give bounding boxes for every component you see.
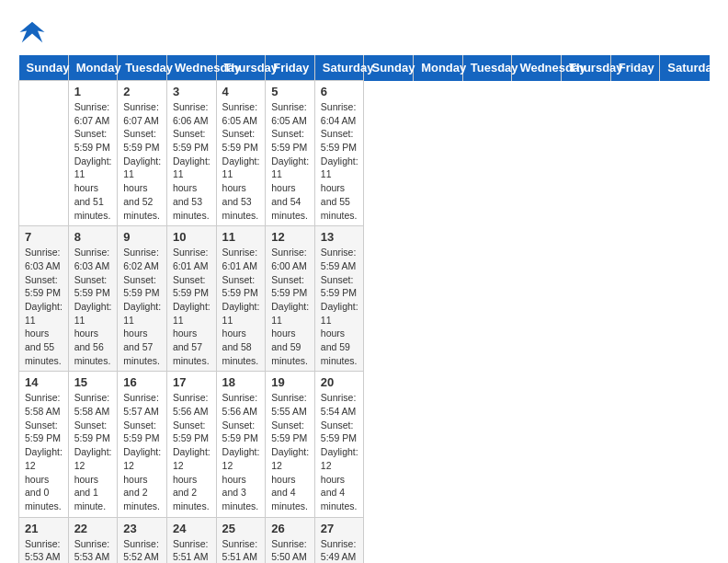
day-number: 24 [173,522,210,535]
calendar-cell: 8Sunrise: 6:03 AMSunset: 5:59 PMDaylight… [68,226,118,372]
column-header-sunday: Sunday [364,55,414,81]
day-info: Sunrise: 6:03 AMSunset: 5:59 PMDaylight:… [74,246,112,367]
day-number: 18 [222,375,260,389]
day-info: Sunrise: 5:54 AMSunset: 5:59 PMDaylight:… [321,391,358,512]
day-number: 6 [321,85,358,98]
calendar-header-row: SundayMondayTuesdayWednesdayThursdayFrid… [19,55,710,81]
calendar-cell: 24Sunrise: 5:51 AMSunset: 5:59 PMDayligh… [166,517,216,563]
calendar-cell [19,81,69,226]
day-number: 20 [321,375,358,389]
day-number: 26 [271,522,309,535]
calendar-cell: 22Sunrise: 5:53 AMSunset: 5:59 PMDayligh… [68,517,118,563]
calendar-cell: 14Sunrise: 5:58 AMSunset: 5:59 PMDayligh… [19,372,69,517]
day-info: Sunrise: 6:06 AMSunset: 5:59 PMDaylight:… [173,100,210,222]
day-number: 16 [123,375,161,389]
day-info: Sunrise: 5:58 AMSunset: 5:59 PMDaylight:… [74,391,112,512]
day-number: 10 [173,230,210,244]
day-info: Sunrise: 5:55 AMSunset: 5:59 PMDaylight:… [271,391,309,512]
calendar-cell: 4Sunrise: 6:05 AMSunset: 5:59 PMDaylight… [216,81,266,226]
day-info: Sunrise: 6:01 AMSunset: 5:59 PMDaylight:… [173,246,210,367]
day-info: Sunrise: 5:56 AMSunset: 5:59 PMDaylight:… [173,391,210,512]
day-info: Sunrise: 6:04 AMSunset: 5:59 PMDaylight:… [321,100,358,222]
day-info: Sunrise: 6:05 AMSunset: 5:59 PMDaylight:… [271,100,309,222]
calendar-week-row: 14Sunrise: 5:58 AMSunset: 5:59 PMDayligh… [19,372,710,517]
day-info: Sunrise: 6:02 AMSunset: 5:59 PMDaylight:… [123,246,161,367]
calendar-week-row: 7Sunrise: 6:03 AMSunset: 5:59 PMDaylight… [19,226,710,372]
calendar-cell: 21Sunrise: 5:53 AMSunset: 5:59 PMDayligh… [19,517,69,563]
day-number: 1 [74,85,112,98]
day-info: Sunrise: 6:01 AMSunset: 5:59 PMDaylight:… [222,246,260,367]
day-number: 2 [123,85,161,98]
day-number: 17 [173,375,210,389]
calendar-cell: 12Sunrise: 6:00 AMSunset: 5:59 PMDayligh… [266,226,315,372]
day-info: Sunrise: 5:53 AMSunset: 5:59 PMDaylight:… [25,537,63,563]
day-number: 19 [271,375,309,389]
day-info: Sunrise: 5:51 AMSunset: 5:59 PMDaylight:… [222,537,260,563]
calendar-cell: 19Sunrise: 5:55 AMSunset: 5:59 PMDayligh… [266,372,315,517]
day-info: Sunrise: 5:53 AMSunset: 5:59 PMDaylight:… [74,537,112,563]
column-header-thursday: Thursday [562,55,611,81]
column-header-sunday: Sunday [19,55,69,81]
calendar-cell: 25Sunrise: 5:51 AMSunset: 5:59 PMDayligh… [216,517,266,563]
day-info: Sunrise: 5:50 AMSunset: 5:59 PMDaylight:… [271,537,309,563]
day-number: 27 [321,522,358,535]
day-info: Sunrise: 5:51 AMSunset: 5:59 PMDaylight:… [173,537,210,563]
day-info: Sunrise: 5:52 AMSunset: 5:59 PMDaylight:… [123,537,161,563]
calendar-cell: 6Sunrise: 6:04 AMSunset: 5:59 PMDaylight… [314,81,364,226]
calendar-week-row: 21Sunrise: 5:53 AMSunset: 5:59 PMDayligh… [19,517,710,563]
day-info: Sunrise: 6:07 AMSunset: 5:59 PMDaylight:… [123,100,161,222]
day-info: Sunrise: 6:07 AMSunset: 5:59 PMDaylight:… [74,100,112,222]
page-header [18,18,710,46]
column-header-saturday: Saturday [314,55,364,81]
calendar-cell: 9Sunrise: 6:02 AMSunset: 5:59 PMDaylight… [118,226,167,372]
calendar-cell: 23Sunrise: 5:52 AMSunset: 5:59 PMDayligh… [118,517,167,563]
calendar-table: SundayMondayTuesdayWednesdayThursdayFrid… [18,55,710,563]
day-info: Sunrise: 5:57 AMSunset: 5:59 PMDaylight:… [123,391,161,512]
day-number: 15 [74,375,112,389]
column-header-wednesday: Wednesday [166,55,216,81]
logo-icon [18,18,46,46]
day-info: Sunrise: 5:58 AMSunset: 5:59 PMDaylight:… [25,391,63,512]
calendar-cell: 7Sunrise: 6:03 AMSunset: 5:59 PMDaylight… [19,226,69,372]
column-header-saturday: Saturday [660,55,710,81]
column-header-wednesday: Wednesday [512,55,562,81]
column-header-thursday: Thursday [216,55,266,81]
logo [18,18,50,46]
day-number: 14 [25,375,63,389]
column-header-monday: Monday [414,55,463,81]
calendar-cell: 13Sunrise: 5:59 AMSunset: 5:59 PMDayligh… [314,226,364,372]
calendar-cell: 16Sunrise: 5:57 AMSunset: 5:59 PMDayligh… [118,372,167,517]
calendar-cell: 5Sunrise: 6:05 AMSunset: 5:59 PMDaylight… [266,81,315,226]
day-number: 12 [271,230,309,244]
day-info: Sunrise: 6:00 AMSunset: 5:59 PMDaylight:… [271,246,309,367]
calendar-cell: 3Sunrise: 6:06 AMSunset: 5:59 PMDaylight… [166,81,216,226]
day-info: Sunrise: 6:03 AMSunset: 5:59 PMDaylight:… [25,246,63,367]
day-number: 9 [123,230,161,244]
calendar-cell: 2Sunrise: 6:07 AMSunset: 5:59 PMDaylight… [118,81,167,226]
column-header-tuesday: Tuesday [462,55,512,81]
day-number: 13 [321,230,358,244]
day-info: Sunrise: 5:56 AMSunset: 5:59 PMDaylight:… [222,391,260,512]
day-info: Sunrise: 5:59 AMSunset: 5:59 PMDaylight:… [321,246,358,367]
day-number: 8 [74,230,112,244]
day-number: 25 [222,522,260,535]
day-number: 22 [74,522,112,535]
calendar-cell: 26Sunrise: 5:50 AMSunset: 5:59 PMDayligh… [266,517,315,563]
calendar-cell: 20Sunrise: 5:54 AMSunset: 5:59 PMDayligh… [314,372,364,517]
calendar-cell: 18Sunrise: 5:56 AMSunset: 5:59 PMDayligh… [216,372,266,517]
day-number: 5 [271,85,309,98]
day-number: 3 [173,85,210,98]
calendar-cell: 10Sunrise: 6:01 AMSunset: 5:59 PMDayligh… [166,226,216,372]
day-number: 23 [123,522,161,535]
column-header-friday: Friday [610,55,660,81]
day-number: 11 [222,230,260,244]
svg-marker-0 [20,22,45,43]
calendar-week-row: 1Sunrise: 6:07 AMSunset: 5:59 PMDaylight… [19,81,710,226]
calendar-cell: 27Sunrise: 5:49 AMSunset: 5:59 PMDayligh… [314,517,364,563]
calendar-cell: 17Sunrise: 5:56 AMSunset: 5:59 PMDayligh… [166,372,216,517]
calendar-cell: 11Sunrise: 6:01 AMSunset: 5:59 PMDayligh… [216,226,266,372]
column-header-tuesday: Tuesday [118,55,167,81]
day-number: 21 [25,522,63,535]
column-header-monday: Monday [68,55,118,81]
column-header-friday: Friday [266,55,315,81]
